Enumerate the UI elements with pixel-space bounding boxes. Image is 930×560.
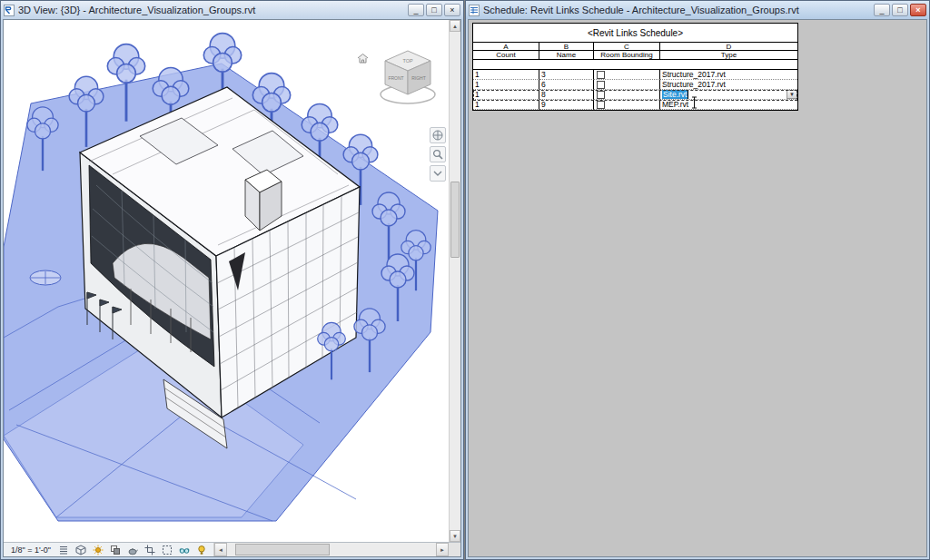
schedule-titlebar[interactable]: Schedule: Revit Links Schedule - Archite… [466,1,929,19]
detail-level-button[interactable] [56,543,72,556]
column-letter-d[interactable]: D [660,43,797,51]
column-letter-c[interactable]: C [594,43,660,51]
scroll-left-button[interactable]: ◄ [214,543,227,556]
type-dropdown-button[interactable]: ▼ [787,90,797,99]
schedule-row-2: 1 6 Structure_2017.rvt [473,80,797,90]
scroll-right-button[interactable]: ► [436,543,449,556]
navigation-wheel-icon [432,130,443,141]
schedule-row-4: 1 9 MEP.rvt [473,100,797,110]
count-cell[interactable]: 1 [473,90,539,100]
crop-view-button[interactable] [143,543,158,556]
shadows-button[interactable] [108,543,124,556]
zoom-button[interactable] [430,146,446,162]
home-icon [357,53,369,64]
schedule-row-1: 1 3 Structure_2017.rvt [473,70,797,80]
view-cube-right-label: RIGHT [411,75,426,81]
scrollbar-corner [449,543,460,556]
room-bounding-cell [594,90,660,100]
type-cell[interactable]: Structure_2017.rvt [660,80,797,90]
show-crop-region-button[interactable] [160,543,175,556]
3d-window-minimize-button[interactable]: _ [408,4,424,16]
navbar-options-button[interactable] [430,165,446,182]
name-cell[interactable]: 9 [539,100,594,110]
count-cell[interactable]: 1 [473,70,539,80]
show-crop-region-icon [162,545,173,555]
schedule-row-3-editing: 1 8 Site.rvt▼ [473,90,797,100]
schedule-client-area: <Revit Links Schedule> A B C D Count Nam… [468,19,927,557]
reveal-hidden-elements-icon [196,545,207,555]
ibeam-cursor [690,96,698,109]
3d-view-titlebar[interactable]: 3D View: {3D} - Architecture_Visualizati… [1,1,463,19]
type-cell-selected-value[interactable]: Site.rvt [662,90,688,99]
column-letter-b[interactable]: B [539,43,594,51]
view-cube-front-label: FRONT [388,75,403,81]
rendering-dialog-button[interactable] [125,543,141,556]
sun-path-button[interactable] [91,543,106,556]
room-bounding-cell [594,70,660,80]
chevron-down-icon [433,171,442,177]
visual-style-button[interactable] [74,543,89,556]
room-bounding-cell [594,80,660,90]
count-cell[interactable]: 1 [473,80,539,90]
column-header-count[interactable]: Count [473,51,539,59]
3d-view-canvas[interactable]: TOP FRONT RIGHT [4,20,460,542]
schedule-window-maximize-button[interactable]: □ [892,4,908,16]
scroll-down-button[interactable]: ▼ [450,530,460,542]
view-cube-top-label: TOP [402,58,413,64]
3d-window-close-button[interactable]: × [444,4,460,16]
schedule-document-icon [469,5,480,16]
type-cell[interactable]: MEP.rvt [660,100,797,110]
3d-view-client: TOP FRONT RIGHT [3,19,461,557]
horizontal-scroll-thumb[interactable] [235,544,330,555]
revit-3d-view-icon [4,5,15,16]
type-cell[interactable]: Structure_2017.rvt [660,70,797,80]
horizontal-scroll-track[interactable] [227,543,436,556]
temporary-hide-isolate-icon [179,545,190,555]
schedule-header-body-gap [472,60,798,69]
navigation-wheel-button[interactable] [430,127,446,143]
column-letter-a[interactable]: A [473,43,539,51]
text-caret [688,91,688,99]
visual-style-icon [75,545,86,555]
schedule-table: <Revit Links Schedule> A B C D Count Nam… [472,23,798,111]
3d-view-title: 3D View: {3D} - Architecture_Visualizati… [18,5,404,15]
horizontal-scrollbar[interactable]: ◄ ► [213,543,460,556]
schedule-window-close-button[interactable]: × [910,4,926,16]
view-cube[interactable]: TOP FRONT RIGHT [375,44,440,113]
viewcube-home-button[interactable] [355,51,370,65]
count-cell[interactable]: 1 [473,100,539,110]
sun-path-icon [93,545,104,555]
schedule-window: Schedule: Revit Links Schedule - Archite… [465,0,930,560]
name-cell[interactable]: 6 [539,80,594,90]
view-cube-graphic: TOP FRONT RIGHT [375,44,440,113]
reveal-hidden-elements-button[interactable] [194,543,210,556]
vertical-scroll-thumb[interactable] [450,182,460,258]
schedule-column-headers: A B C D Count Name Room Bounding Type [472,43,798,60]
column-header-name[interactable]: Name [539,51,594,59]
zoom-icon [432,149,443,160]
navigation-bar [430,127,446,182]
room-bounding-checkbox[interactable] [597,101,605,109]
vertical-scroll-track[interactable] [450,32,460,530]
3d-window-maximize-button[interactable]: □ [426,4,442,16]
schedule-body: 1 3 Structure_2017.rvt 1 6 Structure_201… [472,69,798,111]
scale-button[interactable]: 1/8" = 1'-0" [7,545,54,555]
temporary-hide-isolate-button[interactable] [177,543,193,556]
room-bounding-checkbox[interactable] [597,81,605,89]
scroll-up-button[interactable]: ▲ [450,20,460,32]
vertical-scrollbar[interactable]: ▲ ▼ [449,20,460,542]
rendering-dialog-icon [127,545,138,555]
room-bounding-checkbox[interactable] [597,91,605,99]
crop-view-icon [144,545,155,555]
schedule-header-title[interactable]: <Revit Links Schedule> [472,23,798,43]
3d-view-window: 3D View: {3D} - Architecture_Visualizati… [0,0,464,560]
schedule-title-text: Schedule: Revit Links Schedule - Archite… [483,5,870,15]
room-bounding-checkbox[interactable] [597,71,605,79]
name-cell[interactable]: 8 [539,90,594,100]
type-cell-editing[interactable]: Site.rvt▼ [660,90,797,100]
column-header-room-bounding[interactable]: Room Bounding [594,51,660,59]
schedule-window-minimize-button[interactable]: _ [874,4,890,16]
shadows-icon [110,545,121,555]
name-cell[interactable]: 3 [539,70,594,80]
column-header-type[interactable]: Type [660,51,797,59]
